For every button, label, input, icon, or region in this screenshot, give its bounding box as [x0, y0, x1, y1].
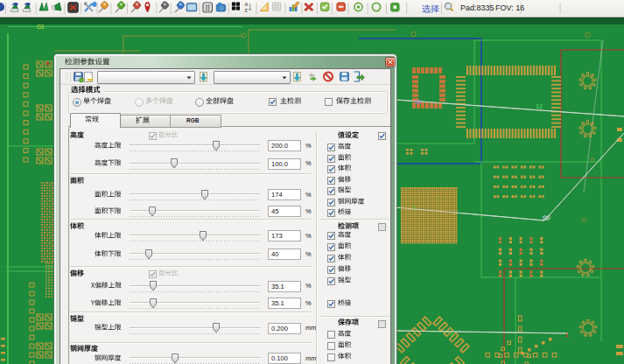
svg-text:13: 13: [415, 99, 422, 105]
svg-text:10: 10: [543, 214, 550, 220]
svg-text:1: 1: [565, 332, 569, 338]
svg-text:3: 3: [450, 331, 453, 337]
svg-text:9: 9: [412, 205, 415, 210]
svg-text:12: 12: [536, 103, 543, 109]
svg-text:Z: Z: [245, 8, 249, 13]
svg-text:G1: G1: [37, 24, 45, 30]
svg-text:A: A: [245, 2, 249, 7]
